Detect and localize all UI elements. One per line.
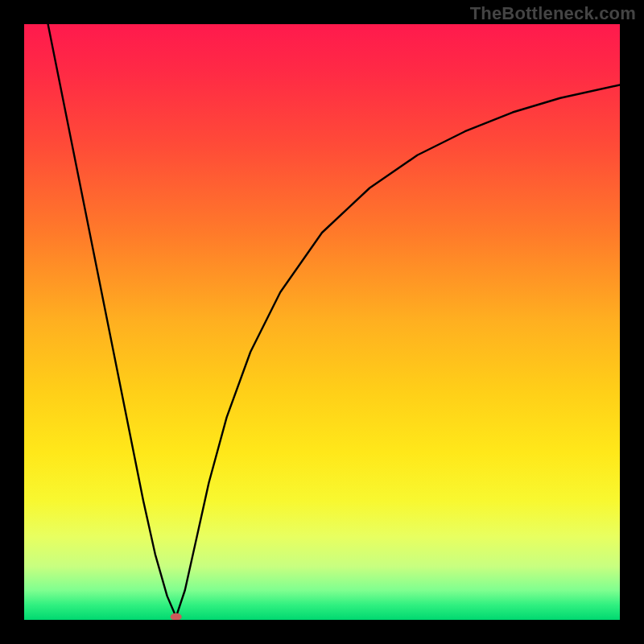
chart-frame: [24, 24, 620, 620]
bottleneck-chart: [24, 24, 620, 620]
gradient-background: [24, 24, 620, 620]
watermark-text: TheBottleneck.com: [470, 3, 636, 24]
